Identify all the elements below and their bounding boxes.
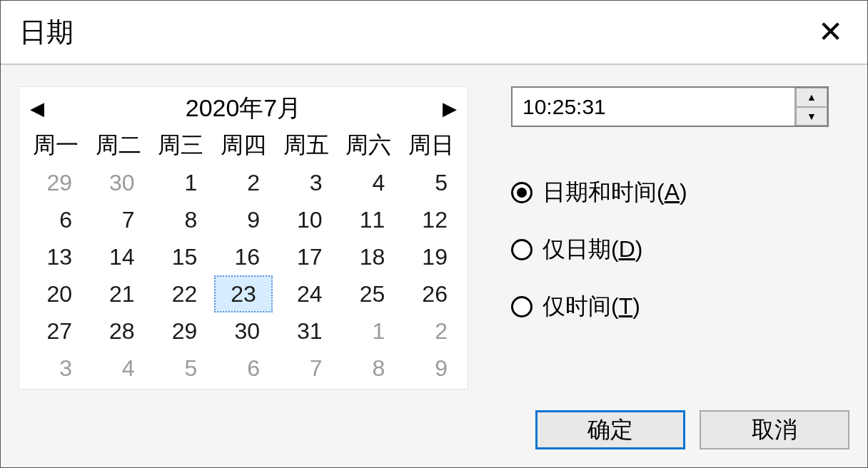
title-bar: 日期 ✕	[1, 1, 867, 65]
calendar-weekday: 周六	[339, 127, 398, 164]
calendar-day[interactable]: 9	[214, 201, 273, 238]
calendar-day[interactable]: 8	[151, 201, 210, 238]
calendar-day[interactable]: 21	[89, 275, 148, 312]
radio-indicator-icon	[511, 239, 533, 260]
calendar-week-row: 6789101112	[26, 201, 460, 238]
calendar-day[interactable]: 18	[339, 238, 398, 275]
format-radio-group: 日期和时间(A) 仅日期(D) 仅时间(T)	[511, 177, 849, 322]
calendar-day[interactable]: 30	[89, 164, 148, 201]
calendar-day[interactable]: 8	[339, 350, 398, 387]
calendar-weekday: 周五	[277, 127, 335, 164]
calendar-day[interactable]: 5	[151, 350, 210, 387]
calendar-day[interactable]: 3	[26, 350, 85, 387]
time-down-icon[interactable]: ▼	[796, 107, 827, 126]
calendar-day[interactable]: 29	[26, 164, 85, 201]
radio-label: 日期和时间(A)	[542, 177, 687, 208]
calendar-title[interactable]: 2020年7月	[186, 92, 302, 125]
radio-date-and-time[interactable]: 日期和时间(A)	[511, 177, 849, 208]
calendar-day[interactable]: 24	[277, 275, 335, 312]
radio-indicator-icon	[511, 182, 533, 203]
calendar-weekday: 周四	[214, 127, 273, 164]
time-up-icon[interactable]: ▲	[796, 88, 827, 107]
calendar: ◀ 2020年7月 ▶ 周一周二周三周四周五周六周日 2930123456789…	[19, 86, 468, 390]
time-value[interactable]: 10:25:31	[513, 88, 794, 126]
calendar-day[interactable]: 12	[402, 201, 460, 238]
calendar-day[interactable]: 15	[151, 238, 210, 275]
calendar-day[interactable]: 11	[339, 201, 398, 238]
next-month-icon[interactable]: ▶	[439, 98, 460, 120]
calendar-day[interactable]: 20	[26, 275, 85, 312]
calendar-day[interactable]: 31	[277, 312, 335, 350]
calendar-week-row: 272829303112	[26, 312, 460, 350]
calendar-weekday: 周日	[402, 127, 460, 164]
calendar-day[interactable]: 4	[89, 350, 148, 387]
calendar-day[interactable]: 7	[277, 350, 335, 387]
calendar-week-row: 20212223242526	[26, 275, 460, 312]
dialog-body: ◀ 2020年7月 ▶ 周一周二周三周四周五周六周日 2930123456789…	[1, 65, 867, 467]
calendar-weekday: 周三	[151, 127, 210, 164]
calendar-day[interactable]: 10	[277, 201, 335, 238]
calendar-day[interactable]: 17	[277, 238, 335, 275]
calendar-day[interactable]: 27	[26, 312, 85, 350]
dialog-button-row: 确定 取消	[19, 403, 849, 449]
calendar-day[interactable]: 29	[151, 312, 210, 350]
calendar-day[interactable]: 30	[214, 312, 273, 350]
calendar-day[interactable]: 25	[339, 275, 398, 312]
calendar-day-selected[interactable]: 23	[214, 275, 273, 312]
calendar-day[interactable]: 26	[402, 275, 460, 312]
calendar-day[interactable]: 13	[26, 238, 85, 275]
calendar-day[interactable]: 16	[214, 238, 273, 275]
window-title: 日期	[19, 14, 74, 51]
calendar-day[interactable]: 3	[277, 164, 335, 201]
calendar-day[interactable]: 6	[214, 350, 273, 387]
calendar-day[interactable]: 6	[26, 201, 85, 238]
calendar-grid: 周一周二周三周四周五周六周日 2930123456789101112131415…	[26, 127, 460, 387]
close-icon[interactable]: ✕	[812, 14, 849, 50]
time-spinner[interactable]: 10:25:31 ▲ ▼	[511, 86, 829, 127]
calendar-week-row: 293012345	[26, 164, 460, 201]
calendar-day[interactable]: 1	[151, 164, 210, 201]
calendar-day[interactable]: 2	[214, 164, 273, 201]
radio-label: 仅日期(D)	[542, 234, 642, 265]
calendar-day[interactable]: 1	[339, 312, 398, 350]
calendar-day[interactable]: 19	[402, 238, 460, 275]
calendar-week-row: 3456789	[26, 350, 460, 387]
calendar-week-row: 13141516171819	[26, 238, 460, 275]
calendar-day[interactable]: 22	[151, 275, 210, 312]
ok-button[interactable]: 确定	[535, 410, 685, 449]
calendar-weekday-row: 周一周二周三周四周五周六周日	[26, 127, 460, 164]
calendar-day[interactable]: 28	[89, 312, 148, 350]
radio-indicator-icon	[511, 296, 533, 317]
prev-month-icon[interactable]: ◀	[26, 98, 48, 120]
radio-time-only[interactable]: 仅时间(T)	[511, 291, 849, 322]
calendar-weekday: 周一	[26, 127, 85, 164]
calendar-day[interactable]: 7	[89, 201, 148, 238]
calendar-day[interactable]: 9	[402, 350, 460, 387]
calendar-day[interactable]: 4	[339, 164, 398, 201]
radio-date-only[interactable]: 仅日期(D)	[511, 234, 849, 265]
calendar-day[interactable]: 5	[402, 164, 460, 201]
calendar-weekday: 周二	[89, 127, 148, 164]
radio-label: 仅时间(T)	[542, 291, 640, 322]
calendar-day[interactable]: 2	[402, 312, 460, 350]
cancel-button[interactable]: 取消	[700, 410, 849, 449]
calendar-day[interactable]: 14	[89, 238, 148, 275]
